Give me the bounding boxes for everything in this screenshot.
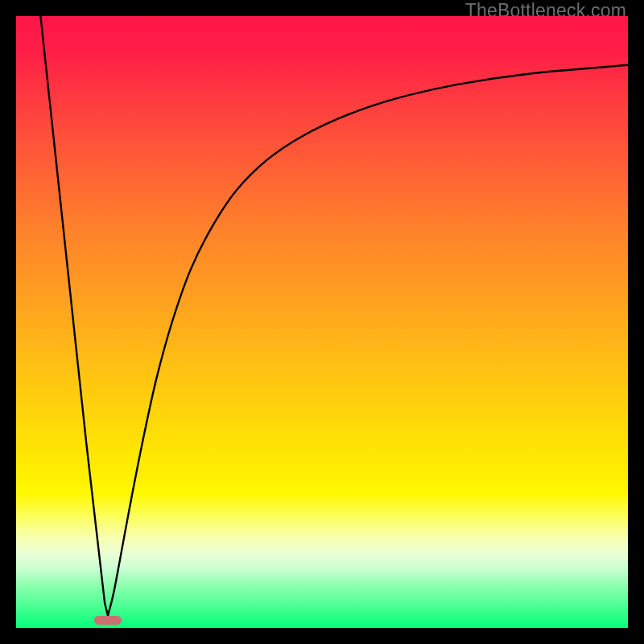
left-branch-curve <box>40 16 108 616</box>
curve-layer <box>16 16 628 628</box>
vertex-marker <box>94 616 122 625</box>
outer-frame: TheBottleneck.com <box>0 0 644 644</box>
right-branch-curve <box>108 65 628 616</box>
plot-area <box>16 16 628 628</box>
